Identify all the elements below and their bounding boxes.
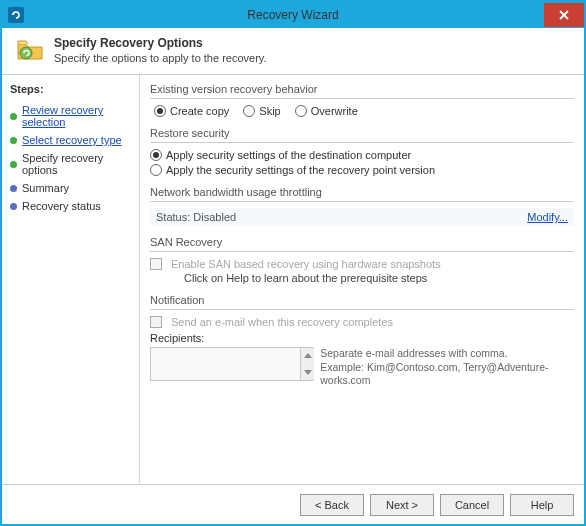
- close-icon: [558, 9, 570, 21]
- page-subtitle: Specify the options to apply to the reco…: [54, 52, 267, 64]
- restore-security-group: Restore security Apply security settings…: [150, 127, 574, 176]
- radio-create-copy[interactable]: Create copy: [154, 105, 229, 117]
- steps-heading: Steps:: [10, 83, 133, 95]
- recipients-hint1: Separate e-mail addresses with comma.: [320, 347, 574, 361]
- step-summary: Summary: [10, 179, 133, 197]
- san-recovery-group: SAN Recovery Enable SAN based recovery u…: [150, 236, 574, 284]
- throttle-status-label: Status:: [156, 211, 190, 223]
- wizard-header: Specify Recovery Options Specify the opt…: [2, 28, 584, 75]
- modify-link[interactable]: Modify...: [527, 211, 568, 223]
- folder-recover-icon: [16, 36, 44, 62]
- radio-security-destination[interactable]: Apply security settings of the destinati…: [150, 149, 574, 161]
- back-button[interactable]: < Back: [300, 494, 364, 516]
- step-review-recovery-selection[interactable]: Review recovery selection: [10, 101, 133, 131]
- existing-version-group: Existing version recovery behavior Creat…: [150, 83, 574, 117]
- notify-email-checkbox: Send an e-mail when this recovery comple…: [150, 316, 574, 328]
- next-button[interactable]: Next >: [370, 494, 434, 516]
- recipients-input[interactable]: [150, 347, 314, 381]
- wizard-footer: < Back Next > Cancel Help: [2, 484, 584, 524]
- steps-sidebar: Steps: Review recovery selection Select …: [2, 75, 140, 484]
- step-specify-recovery-options: Specify recovery options: [10, 149, 133, 179]
- recipients-hint2: Example: Kim@Contoso.com, Terry@Adventur…: [320, 361, 574, 388]
- spinner-icon[interactable]: [300, 348, 314, 380]
- radio-skip[interactable]: Skip: [243, 105, 280, 117]
- san-hint: Click on Help to learn about the prerequ…: [150, 272, 574, 284]
- recipients-label: Recipients:: [150, 332, 574, 344]
- san-enable-checkbox: Enable SAN based recovery using hardware…: [150, 258, 574, 270]
- restore-security-caption: Restore security: [150, 127, 574, 139]
- radio-security-recovery-point[interactable]: Apply the security settings of the recov…: [150, 164, 574, 176]
- throttle-status-value: Disabled: [193, 211, 236, 223]
- step-select-recovery-type[interactable]: Select recovery type: [10, 131, 133, 149]
- existing-version-caption: Existing version recovery behavior: [150, 83, 574, 95]
- san-caption: SAN Recovery: [150, 236, 574, 248]
- page-title: Specify Recovery Options: [54, 36, 267, 50]
- throttling-caption: Network bandwidth usage throttling: [150, 186, 574, 198]
- close-button[interactable]: [544, 3, 584, 27]
- wizard-content: Existing version recovery behavior Creat…: [140, 75, 584, 484]
- titlebar: Recovery Wizard: [2, 2, 584, 28]
- notification-caption: Notification: [150, 294, 574, 306]
- notification-group: Notification Send an e-mail when this re…: [150, 294, 574, 388]
- window-title: Recovery Wizard: [2, 8, 584, 22]
- cancel-button[interactable]: Cancel: [440, 494, 504, 516]
- step-recovery-status: Recovery status: [10, 197, 133, 215]
- throttling-group: Network bandwidth usage throttling Statu…: [150, 186, 574, 226]
- help-button[interactable]: Help: [510, 494, 574, 516]
- recovery-wizard-window: Recovery Wizard Specify Recovery Options…: [0, 0, 586, 526]
- svg-point-1: [20, 47, 32, 59]
- radio-overwrite[interactable]: Overwrite: [295, 105, 358, 117]
